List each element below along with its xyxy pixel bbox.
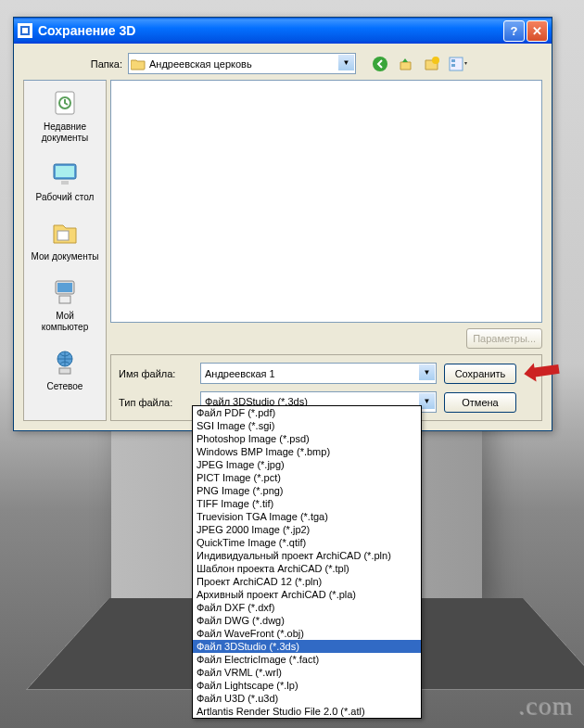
filename-label: Имя файла: bbox=[119, 368, 193, 379]
svg-rect-17 bbox=[59, 368, 70, 374]
filetype-option[interactable]: Файл VRML (*.wrl) bbox=[193, 666, 421, 679]
filetype-option[interactable]: Photoshop Image (*.psd) bbox=[193, 432, 421, 445]
new-folder-icon[interactable] bbox=[423, 55, 441, 73]
chevron-down-icon[interactable]: ▼ bbox=[338, 55, 354, 70]
save-button[interactable]: Сохранить bbox=[444, 364, 516, 384]
place-mydocs[interactable]: Мои документы bbox=[22, 211, 108, 270]
svg-rect-10 bbox=[56, 166, 74, 177]
svg-rect-14 bbox=[57, 283, 72, 292]
filetype-option[interactable]: PICT Image (*.pct) bbox=[193, 471, 421, 484]
filetype-option[interactable]: PNG Image (*.png) bbox=[193, 484, 421, 497]
close-button[interactable]: ✕ bbox=[527, 20, 548, 42]
computer-icon bbox=[50, 277, 80, 307]
filetype-option[interactable]: Truevision TGA Image (*.tga) bbox=[193, 510, 421, 523]
cancel-button[interactable]: Отмена bbox=[444, 392, 516, 413]
filetype-option[interactable]: QuickTime Image (*.qtif) bbox=[193, 536, 421, 549]
places-bar: Недавние документы Рабочий стол Мои доку… bbox=[23, 80, 107, 421]
desktop-icon bbox=[50, 159, 80, 188]
window-title: Сохранение 3D bbox=[38, 23, 135, 38]
place-network[interactable]: Сетевое bbox=[22, 340, 108, 400]
chevron-down-icon[interactable]: ▼ bbox=[419, 364, 435, 380]
filetype-option[interactable]: Архивный проект ArchiCAD (*.pla) bbox=[193, 588, 421, 601]
app-icon bbox=[18, 23, 32, 38]
titlebar[interactable]: Сохранение 3D ? ✕ bbox=[14, 18, 552, 44]
filetype-option[interactable]: Файл WaveFront (*.obj) bbox=[193, 627, 421, 640]
filetype-option[interactable]: Шаблон проекта ArchiCAD (*.tpl) bbox=[193, 562, 421, 575]
filetype-dropdown-list[interactable]: Файл PDF (*.pdf)SGI Image (*.sgi)Photosh… bbox=[192, 405, 422, 719]
filetype-option[interactable]: Файл U3D (*.u3d) bbox=[193, 692, 421, 705]
folder-icon bbox=[131, 57, 146, 70]
dialog-body: Папка: Андреевская церковь ▼ Недавние до… bbox=[14, 44, 552, 430]
filetype-option[interactable]: JPEG Image (*.jpg) bbox=[193, 458, 421, 471]
watermark: .com bbox=[518, 691, 573, 721]
filetype-option[interactable]: Индивидуальный проект ArchiCAD (*.pln) bbox=[193, 549, 421, 562]
svg-rect-12 bbox=[57, 231, 69, 240]
svg-point-3 bbox=[432, 57, 439, 64]
params-button: Параметры... bbox=[466, 328, 542, 349]
mydocs-icon bbox=[50, 218, 80, 248]
back-icon[interactable] bbox=[371, 55, 389, 73]
up-icon[interactable] bbox=[397, 55, 415, 73]
filetype-option[interactable]: Проект ArchiCAD 12 (*.pln) bbox=[193, 575, 421, 588]
help-button[interactable]: ? bbox=[503, 20, 525, 42]
network-icon bbox=[50, 348, 80, 377]
recent-icon bbox=[50, 88, 80, 118]
filetype-option[interactable]: Windows BMP Image (*.bmp) bbox=[193, 445, 421, 458]
filetype-option[interactable]: Artlantis Render Studio File 2.0 (*.atl) bbox=[193, 705, 421, 718]
place-mycomputer[interactable]: Мой компьютер bbox=[22, 270, 108, 340]
file-list[interactable] bbox=[110, 80, 542, 323]
svg-rect-1 bbox=[22, 28, 28, 33]
folder-dropdown[interactable]: Андреевская церковь ▼ bbox=[128, 53, 356, 74]
filetype-option[interactable]: Файл ElectricImage (*.fact) bbox=[193, 653, 421, 666]
filetype-label: Тип файла: bbox=[119, 397, 193, 408]
filetype-option[interactable]: JPEG 2000 Image (*.jp2) bbox=[193, 523, 421, 536]
place-desktop[interactable]: Рабочий стол bbox=[22, 151, 108, 211]
filename-input[interactable]: Андреевская 1 ▼ bbox=[200, 363, 437, 384]
svg-rect-5 bbox=[451, 59, 455, 62]
place-recent[interactable]: Недавние документы bbox=[22, 81, 108, 151]
svg-rect-11 bbox=[61, 181, 69, 185]
filetype-option[interactable]: Файл 3DStudio (*.3ds) bbox=[193, 640, 421, 653]
save-dialog: Сохранение 3D ? ✕ Папка: Андреевская цер… bbox=[13, 17, 552, 431]
view-menu-icon[interactable] bbox=[449, 55, 467, 73]
filetype-option[interactable]: Файл DWG (*.dwg) bbox=[193, 614, 421, 627]
filetype-option[interactable]: Файл PDF (*.pdf) bbox=[193, 406, 421, 419]
svg-rect-6 bbox=[451, 64, 455, 67]
filetype-option[interactable]: Файл Lightscape (*.lp) bbox=[193, 679, 421, 692]
folder-label: Папка: bbox=[74, 58, 122, 70]
svg-rect-15 bbox=[59, 296, 70, 303]
filetype-option[interactable]: Файл DXF (*.dxf) bbox=[193, 601, 421, 614]
filetype-option[interactable]: SGI Image (*.sgi) bbox=[193, 419, 421, 432]
filetype-option[interactable]: TIFF Image (*.tif) bbox=[193, 497, 421, 510]
folder-value: Андреевская церковь bbox=[149, 58, 252, 70]
svg-point-2 bbox=[373, 57, 387, 71]
